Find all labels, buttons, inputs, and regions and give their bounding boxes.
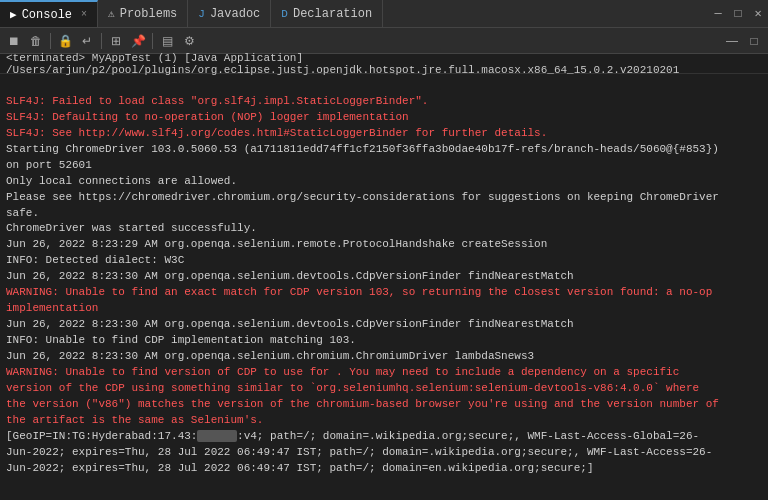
open-console-btn[interactable]: ⊞ <box>106 31 126 51</box>
view-menu-btn[interactable]: ▤ <box>157 31 177 51</box>
scroll-lock-btn[interactable]: 🔒 <box>55 31 75 51</box>
console-line: Jun 26, 2022 8:23:30 AM org.openqa.selen… <box>6 269 762 285</box>
console-line: SLF4J: Defaulting to no-operation (NOP) … <box>6 110 762 126</box>
close-btn[interactable]: ✕ <box>748 4 768 24</box>
console-line: the artifact is the same as Selenium's. <box>6 413 762 429</box>
clear-btn[interactable]: 🗑 <box>26 31 46 51</box>
javadoc-icon: J <box>198 8 205 20</box>
console-area[interactable]: SLF4J: Failed to load class "org.slf4j.i… <box>0 74 768 500</box>
stop-btn[interactable]: ⏹ <box>4 31 24 51</box>
console-line: Jun 26, 2022 8:23:30 AM org.openqa.selen… <box>6 317 762 333</box>
tab-declaration[interactable]: D Declaration <box>271 0 383 27</box>
console-line: INFO: Detected dialect: W3C <box>6 253 762 269</box>
console-line: safe. <box>6 206 762 222</box>
console-line: [GeoIP=IN:TG:Hyderabad:17.43: :v4; path=… <box>6 429 762 445</box>
minimize-btn[interactable]: — <box>708 4 728 24</box>
word-wrap-btn[interactable]: ↵ <box>77 31 97 51</box>
tab-console-label: Console <box>22 8 72 22</box>
tab-javadoc[interactable]: J Javadoc <box>188 0 271 27</box>
console-line: implementation <box>6 301 762 317</box>
pin-btn[interactable]: 📌 <box>128 31 148 51</box>
console-line: Jun-2022; expires=Thu, 28 Jul 2022 06:49… <box>6 461 762 477</box>
console-line: WARNING: Unable to find version of CDP t… <box>6 365 762 381</box>
settings-btn[interactable]: ⚙ <box>179 31 199 51</box>
console-line: Please see https://chromedriver.chromium… <box>6 190 762 206</box>
console-line: SLF4J: Failed to load class "org.slf4j.i… <box>6 94 762 110</box>
tab-problems-label: Problems <box>120 7 178 21</box>
console-line: Starting ChromeDriver 103.0.5060.53 (a17… <box>6 142 762 158</box>
console-line: on port 52601 <box>6 158 762 174</box>
tab-console-close[interactable]: × <box>81 9 87 20</box>
toolbar-sep-3 <box>152 33 153 49</box>
terminated-label: <terminated> MyAppTest (1) [Java Applica… <box>6 52 762 76</box>
tab-problems[interactable]: ⚠ Problems <box>98 0 188 27</box>
minimize-view-btn[interactable]: — <box>722 31 742 51</box>
console-line: Jun-2022; expires=Thu, 28 Jul 2022 06:49… <box>6 445 762 461</box>
header-bar: <terminated> MyAppTest (1) [Java Applica… <box>0 54 768 74</box>
console-line: the version ("v86") matches the version … <box>6 397 762 413</box>
console-line: version of the CDP using something simil… <box>6 381 762 397</box>
console-line: ChromeDriver was started successfully. <box>6 221 762 237</box>
tab-javadoc-label: Javadoc <box>210 7 260 21</box>
problems-icon: ⚠ <box>108 7 115 20</box>
declaration-icon: D <box>281 8 288 20</box>
maximize-view-btn[interactable]: □ <box>744 31 764 51</box>
maximize-btn[interactable]: □ <box>728 4 748 24</box>
console-line: Jun 26, 2022 8:23:30 AM org.openqa.selen… <box>6 349 762 365</box>
toolbar: ⏹ 🗑 🔒 ↵ ⊞ 📌 ▤ ⚙ — □ <box>0 28 768 54</box>
tab-bar: ▶ Console × ⚠ Problems J Javadoc D Decla… <box>0 0 768 28</box>
tab-declaration-label: Declaration <box>293 7 372 21</box>
console-line: Jun 26, 2022 8:23:29 AM org.openqa.selen… <box>6 237 762 253</box>
console-line: Only local connections are allowed. <box>6 174 762 190</box>
toolbar-sep-2 <box>101 33 102 49</box>
console-line: WARNING: Unable to find an exact match f… <box>6 285 762 301</box>
console-line: SLF4J: See http://www.slf4j.org/codes.ht… <box>6 126 762 142</box>
console-line: INFO: Unable to find CDP implementation … <box>6 333 762 349</box>
tab-console[interactable]: ▶ Console × <box>0 0 98 27</box>
toolbar-sep-1 <box>50 33 51 49</box>
console-icon: ▶ <box>10 8 17 21</box>
